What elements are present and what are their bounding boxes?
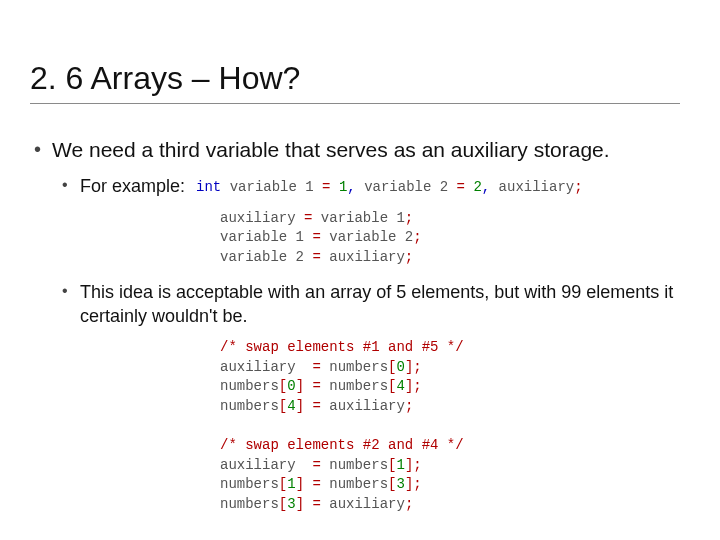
c2l1-eq: = [304,210,312,226]
b3-semi: ; [405,496,413,512]
b2-eq: = [312,476,320,492]
slide-content: We need a third variable that serves as … [30,110,680,515]
c2l3-rhs: auxiliary [329,249,405,265]
a2-rarr: numbers [329,378,388,394]
bullet-aux-storage: We need a third variable that serves as … [30,136,680,163]
c2l3-eq: = [312,249,320,265]
a2-ridx: 4 [396,378,404,394]
b1-idx: 1 [396,457,404,473]
b2-lb: [ [279,476,287,492]
keyword-int: int [196,179,221,195]
code-declaration: int variable 1 = 1, variable 2 = 2, auxi… [196,178,583,196]
b3-rhs: auxiliary [329,496,405,512]
ident-var1: variable 1 [230,179,314,195]
b3-lhs: numbers [220,496,279,512]
b1-arr: numbers [329,457,388,473]
c2l1-semi: ; [405,210,413,226]
b3-idx: 3 [287,496,295,512]
b2-lhs: numbers [220,476,279,492]
a3-rb: ] [296,398,304,414]
comma1: , [347,179,355,195]
c2l2-rhs: variable 2 [329,229,413,245]
c2l1-lhs: auxiliary [220,210,296,226]
a3-lb: [ [279,398,287,414]
b3-rb: ] [296,496,304,512]
a2-semi: ; [413,378,421,394]
b2-rarr: numbers [329,476,388,492]
semi1: ; [574,179,582,195]
c2l3-semi: ; [405,249,413,265]
b3-lb: [ [279,496,287,512]
b2-semi: ; [413,476,421,492]
c2l3-lhs: variable 2 [220,249,304,265]
a3-semi: ; [405,398,413,414]
ident-var2: variable 2 [364,179,448,195]
a3-idx: 4 [287,398,295,414]
a2-rb: ] [296,378,304,394]
a3-eq: = [312,398,320,414]
c2l2-lhs: variable 1 [220,229,304,245]
a1-idx: 0 [396,359,404,375]
a1-eq: = [312,359,320,375]
b1-semi: ; [413,457,421,473]
op-eq2: = [457,179,465,195]
a3-rhs: auxiliary [329,398,405,414]
c2l2-semi: ; [413,229,421,245]
slide-title: 2. 6 Arrays – How? [30,60,680,104]
a1-lhs: auxiliary [220,359,296,375]
code-swap-array: /* swap elements #1 and #5 */ auxiliary … [220,338,680,514]
b2-idx: 1 [287,476,295,492]
a2-lb: [ [279,378,287,394]
a1-semi: ; [413,359,421,375]
comma2: , [482,179,490,195]
a1-arr: numbers [329,359,388,375]
num-2: 2 [473,179,481,195]
c2l2-eq: = [312,229,320,245]
op-eq1: = [322,179,330,195]
cmt2: /* swap elements #2 and #4 */ [220,437,464,453]
bullet-for-example: For example: int variable 1 = 1, variabl… [58,175,680,198]
a3-lhs: numbers [220,398,279,414]
code-swap-vars: auxiliary = variable 1; variable 1 = var… [220,209,680,268]
b2-rb: ] [296,476,304,492]
a2-idx: 0 [287,378,295,394]
slide: 2. 6 Arrays – How? We need a third varia… [0,0,720,540]
b1-lhs: auxiliary [220,457,296,473]
cmt1: /* swap elements #1 and #5 */ [220,339,464,355]
bullet-acceptable: This idea is acceptable with an array of… [58,281,680,328]
a2-lhs: numbers [220,378,279,394]
c2l1-rhs: variable 1 [321,210,405,226]
a2-eq: = [312,378,320,394]
ident-aux: auxiliary [499,179,575,195]
bullet-for-example-label: For example: [80,176,185,196]
b3-eq: = [312,496,320,512]
b2-ridx: 3 [396,476,404,492]
b1-eq: = [312,457,320,473]
